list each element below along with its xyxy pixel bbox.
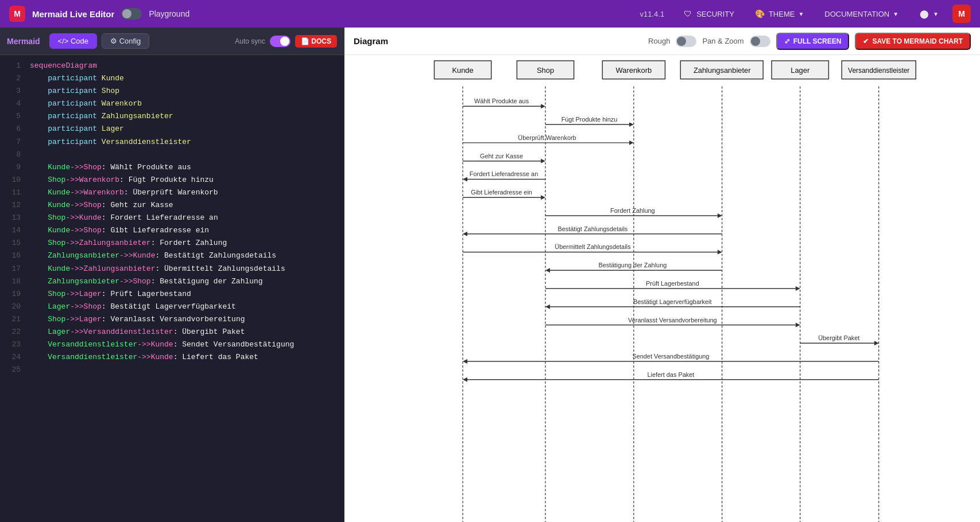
code-line-20: 20 Lager->>Shop: Bestätigt Lagerverfügba…	[0, 301, 344, 313]
svg-text:Zahlungsanbieter: Zahlungsanbieter	[694, 66, 751, 75]
svg-marker-64	[463, 377, 467, 382]
svg-text:Bestätigt Zahlungsdetails: Bestätigt Zahlungsdetails	[557, 225, 627, 232]
chevron-down-icon: ▼	[893, 11, 898, 17]
code-line-7: 7 participant Versanddienstleister	[0, 136, 344, 149]
code-line-16: 16 Zahlungsanbieter->>Kunde: Bestätigt Z…	[0, 250, 344, 262]
svg-marker-43	[718, 250, 722, 254]
code-line-8: 8	[0, 149, 344, 161]
svg-marker-58	[874, 341, 879, 345]
code-line-21: 21 Shop->>Lager: Veranlasst Versandvorbe…	[0, 313, 344, 326]
theme-icon: 🎨	[755, 9, 765, 19]
diagram-area: Kunde Shop Warenkorb Zahlungsanbieter La…	[344, 55, 980, 522]
svg-marker-46	[545, 268, 550, 272]
svg-text:Bestätigt Lagerverfügbarkeit: Bestätigt Lagerverfügbarkeit	[633, 298, 711, 305]
svg-marker-55	[796, 323, 800, 328]
code-line-9: 9 Kunde->>Shop: Wählt Produkte aus	[0, 161, 344, 174]
svg-text:Wählt Produkte aus: Wählt Produkte aus	[474, 98, 529, 104]
code-line-13: 13 Shop->>Kunde: Fordert Lieferadresse a…	[0, 212, 344, 224]
svg-text:Kunde: Kunde	[452, 66, 473, 75]
svg-marker-49	[796, 286, 800, 291]
svg-text:Überprüft Warenkorb: Überprüft Warenkorb	[518, 134, 576, 141]
svg-marker-61	[463, 359, 467, 364]
code-line-6: 6 participant Lager	[0, 123, 344, 135]
code-line-24: 24 Versanddienstleister->>Kunde: Liefert…	[0, 351, 344, 364]
code-line-4: 4 participant Warenkorb	[0, 98, 344, 110]
save-to-mermaid-button[interactable]: ✔ SAVE TO MERMAID CHART	[855, 33, 971, 50]
docs-button[interactable]: 📄 DOCS	[295, 35, 337, 48]
code-line-14: 14 Kunde->>Shop: Gibt Lieferadresse ein	[0, 224, 344, 237]
code-line-19: 19 Shop->>Lager: Prüft Lagerbestand	[0, 288, 344, 301]
autosync-area: Auto sync 📄 DOCS	[235, 35, 337, 48]
right-panel: Diagram Rough Pan & Zoom ⤢ FULL SCREEN ✔…	[344, 28, 980, 522]
panel-title: Mermaid	[7, 37, 40, 46]
svg-text:Fügt Produkte hinzu: Fügt Produkte hinzu	[561, 116, 618, 123]
code-line-23: 23 Versanddienstleister->>Kunde: Sendet …	[0, 338, 344, 351]
tab-config[interactable]: ⚙ Config	[102, 33, 149, 49]
svg-text:Lager: Lager	[791, 66, 810, 75]
svg-marker-28	[541, 159, 545, 163]
autosync-toggle-knob	[280, 37, 289, 46]
shield-icon: 🛡	[683, 9, 693, 19]
svg-marker-37	[718, 213, 722, 218]
theme-toggle[interactable]	[121, 8, 142, 20]
top-navigation: M Mermaid Live Editor Playground v11.4.1…	[0, 0, 980, 28]
code-line-12: 12 Kunde->>Shop: Geht zur Kasse	[0, 199, 344, 212]
svg-text:Shop: Shop	[537, 66, 554, 75]
panzoom-toggle[interactable]	[750, 36, 770, 47]
rough-label: Rough	[648, 37, 670, 45]
app-title: Mermaid Live Editor	[32, 9, 114, 19]
svg-text:Liefert das Paket: Liefert das Paket	[647, 371, 694, 378]
code-line-10: 10 Shop->>Warenkorb: Fügt Produkte hinzu	[0, 174, 344, 186]
svg-marker-22	[629, 122, 634, 127]
panzoom-label: Pan & Zoom	[702, 37, 743, 45]
diagram-title: Diagram	[354, 36, 388, 46]
sequence-diagram-svg: Kunde Shop Warenkorb Zahlungsanbieter La…	[344, 55, 980, 522]
save-icon: ✔	[863, 37, 869, 45]
autosync-label: Auto sync	[235, 37, 265, 45]
svg-marker-34	[541, 195, 545, 200]
code-editor[interactable]: 1 sequenceDiagram 2 participant Kunde 3 …	[0, 55, 344, 522]
svg-marker-40	[463, 232, 467, 236]
code-line-1: 1 sequenceDiagram	[0, 60, 344, 72]
tab-code[interactable]: </> Code	[49, 33, 98, 49]
mermaid-icon: M	[952, 5, 971, 23]
chevron-down-icon: ▼	[933, 11, 939, 17]
github-icon: ⬤	[919, 9, 929, 19]
svg-text:Bestätigung der Zahlung: Bestätigung der Zahlung	[598, 262, 667, 268]
app-version: v11.4.1	[640, 10, 664, 18]
fullscreen-icon: ⤢	[784, 37, 790, 45]
code-line-3: 3 participant Shop	[0, 85, 344, 98]
code-line-2: 2 participant Kunde	[0, 72, 344, 85]
svg-marker-31	[463, 177, 467, 181]
security-button[interactable]: 🛡 SECURITY	[676, 6, 741, 21]
app-logo: M	[9, 6, 25, 22]
svg-text:Geht zur Kasse: Geht zur Kasse	[480, 153, 523, 159]
diagram-header: Diagram Rough Pan & Zoom ⤢ FULL SCREEN ✔…	[344, 28, 980, 55]
svg-text:Warenkorb: Warenkorb	[616, 66, 652, 75]
rough-toggle-knob	[677, 37, 686, 46]
svg-text:Gibt Lieferadresse ein: Gibt Lieferadresse ein	[471, 189, 532, 196]
svg-marker-25	[629, 141, 634, 145]
svg-text:Veranlasst Versandvorbereitung: Veranlasst Versandvorbereitung	[628, 317, 717, 324]
code-line-22: 22 Lager->>Versanddienstleister: Übergib…	[0, 326, 344, 338]
documentation-button[interactable]: DOCUMENTATION ▼	[818, 7, 905, 21]
code-line-11: 11 Kunde->>Warenkorb: Überprüft Warenkor…	[0, 186, 344, 199]
autosync-toggle[interactable]	[270, 36, 290, 47]
svg-text:Übermittelt Zahlungsdetails: Übermittelt Zahlungsdetails	[555, 244, 631, 251]
panzoom-toggle-knob	[751, 37, 760, 46]
svg-text:Versanddienstleister: Versanddienstleister	[848, 67, 909, 75]
code-line-5: 5 participant Zahlungsanbieter	[0, 110, 344, 123]
code-line-15: 15 Shop->>Zahlungsanbieter: Fordert Zahl…	[0, 237, 344, 250]
theme-toggle-knob	[122, 9, 131, 18]
svg-marker-52	[545, 305, 550, 309]
github-button[interactable]: ⬤ ▼	[912, 6, 946, 21]
code-line-17: 17 Kunde->>Zahlungsanbieter: Übermittelt…	[0, 263, 344, 275]
svg-text:Sendet Versandbestätigung: Sendet Versandbestätigung	[632, 353, 709, 360]
left-panel: Mermaid </> Code ⚙ Config Auto sync 📄 DO…	[0, 28, 344, 522]
fullscreen-button[interactable]: ⤢ FULL SCREEN	[776, 33, 850, 50]
rough-toggle[interactable]	[676, 36, 696, 47]
code-line-18: 18 Zahlungsanbieter->>Shop: Bestätigung …	[0, 275, 344, 288]
chevron-down-icon: ▼	[798, 11, 804, 17]
theme-button[interactable]: 🎨 THEME ▼	[748, 6, 811, 21]
panel-header: Mermaid </> Code ⚙ Config Auto sync 📄 DO…	[0, 28, 344, 55]
